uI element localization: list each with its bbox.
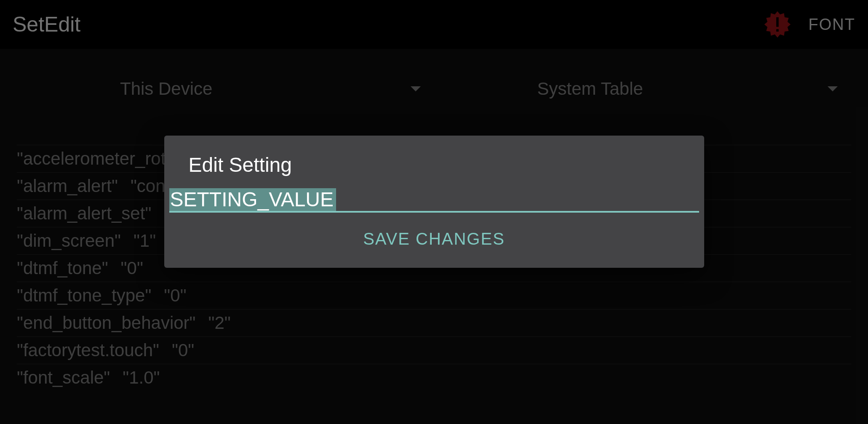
dialog-title: Edit Setting (164, 136, 704, 187)
edit-setting-dialog: Edit Setting SETTING_VALUE SAVE CHANGES (164, 136, 704, 268)
save-changes-button[interactable]: SAVE CHANGES (164, 213, 704, 259)
modal-overlay[interactable]: Edit Setting SETTING_VALUE SAVE CHANGES (0, 0, 868, 424)
setting-value-input[interactable]: SETTING_VALUE (169, 187, 699, 213)
setting-value-input-text: SETTING_VALUE (169, 188, 337, 211)
